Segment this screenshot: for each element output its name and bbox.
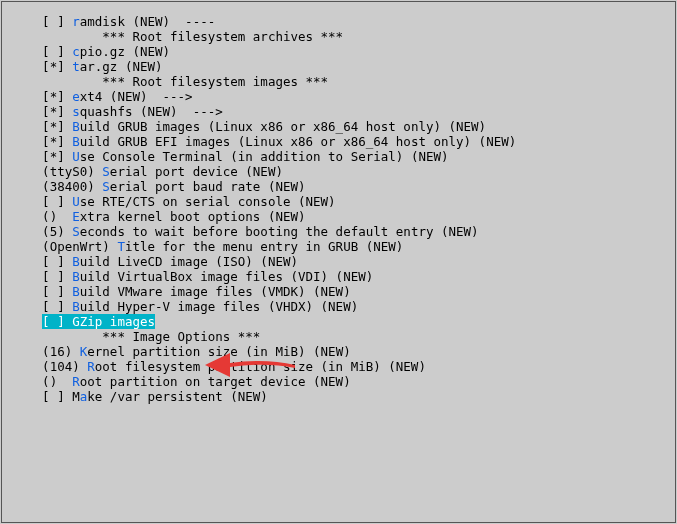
hotkey-letter: K — [80, 344, 88, 359]
menu-item[interactable]: (ttyS0) Serial port device (NEW) — [12, 164, 675, 179]
hotkey-letter: B — [72, 269, 80, 284]
hotkey-letter: t — [72, 59, 80, 74]
menu-item[interactable]: [*] ext4 (NEW) ---> — [12, 89, 675, 104]
menu-item[interactable]: [*] Build GRUB images (Linux x86 or x86_… — [12, 119, 675, 134]
hotkey-letter: e — [72, 89, 80, 104]
hotkey-letter: s — [72, 104, 80, 119]
menu-item[interactable]: [ ] cpio.gz (NEW) — [12, 44, 675, 59]
menu-item[interactable]: (OpenWrt) Title for the menu entry in GR… — [12, 239, 675, 254]
menuconfig-list: [ ] ramdisk (NEW) ---- *** Root filesyst… — [12, 14, 675, 404]
hotkey-letter: G — [72, 314, 80, 329]
menu-item[interactable]: [ ] Build VMware image files (VMDK) (NEW… — [12, 284, 675, 299]
menu-item[interactable]: [*] tar.gz (NEW) — [12, 59, 675, 74]
hotkey-letter: c — [72, 44, 80, 59]
menu-item[interactable]: (16) Kernel partition size (in MiB) (NEW… — [12, 344, 675, 359]
menu-item[interactable]: *** Root filesystem images *** — [12, 74, 675, 89]
menu-item[interactable]: [ ] Build Hyper-V image files (VHDX) (NE… — [12, 299, 675, 314]
hotkey-letter: U — [72, 194, 80, 209]
menu-item[interactable]: (5) Seconds to wait before booting the d… — [12, 224, 675, 239]
hotkey-letter: R — [72, 374, 80, 389]
hotkey-letter: B — [72, 299, 80, 314]
hotkey-letter: E — [72, 209, 80, 224]
hotkey-letter: T — [117, 239, 125, 254]
hotkey-letter: S — [72, 224, 80, 239]
terminal-frame: [ ] ramdisk (NEW) ---- *** Root filesyst… — [1, 1, 676, 523]
menu-item[interactable]: [ ] ramdisk (NEW) ---- — [12, 14, 675, 29]
menu-item[interactable]: [ ] Use RTE/CTS on serial console (NEW) — [12, 194, 675, 209]
menu-item[interactable]: () Root partition on target device (NEW) — [12, 374, 675, 389]
menu-item-selected[interactable]: [ ] GZip images — [12, 314, 675, 329]
menu-item[interactable]: [ ] Make /var persistent (NEW) — [12, 389, 675, 404]
menu-item[interactable]: [ ] Build LiveCD image (ISO) (NEW) — [12, 254, 675, 269]
menu-item[interactable]: () Extra kernel boot options (NEW) — [12, 209, 675, 224]
hotkey-letter: B — [72, 254, 80, 269]
hotkey-letter: a — [80, 389, 88, 404]
menu-item[interactable]: [ ] Build VirtualBox image files (VDI) (… — [12, 269, 675, 284]
menu-item[interactable]: (38400) Serial port baud rate (NEW) — [12, 179, 675, 194]
selection-highlight: [ ] GZip images — [42, 314, 155, 329]
hotkey-letter: U — [72, 149, 80, 164]
hotkey-letter: r — [72, 14, 80, 29]
menu-item[interactable]: *** Image Options *** — [12, 329, 675, 344]
hotkey-letter: S — [102, 179, 110, 194]
hotkey-letter: B — [72, 284, 80, 299]
hotkey-letter: B — [72, 134, 80, 149]
menu-item[interactable]: [*] Build GRUB EFI images (Linux x86 or … — [12, 134, 675, 149]
menu-item[interactable]: (104) Root filesystem partition size (in… — [12, 359, 675, 374]
menu-item[interactable]: *** Root filesystem archives *** — [12, 29, 675, 44]
hotkey-letter: R — [87, 359, 95, 374]
menu-item[interactable]: [*] squashfs (NEW) ---> — [12, 104, 675, 119]
hotkey-letter: S — [102, 164, 110, 179]
hotkey-letter: B — [72, 119, 80, 134]
menu-item[interactable]: [*] Use Console Terminal (in addition to… — [12, 149, 675, 164]
